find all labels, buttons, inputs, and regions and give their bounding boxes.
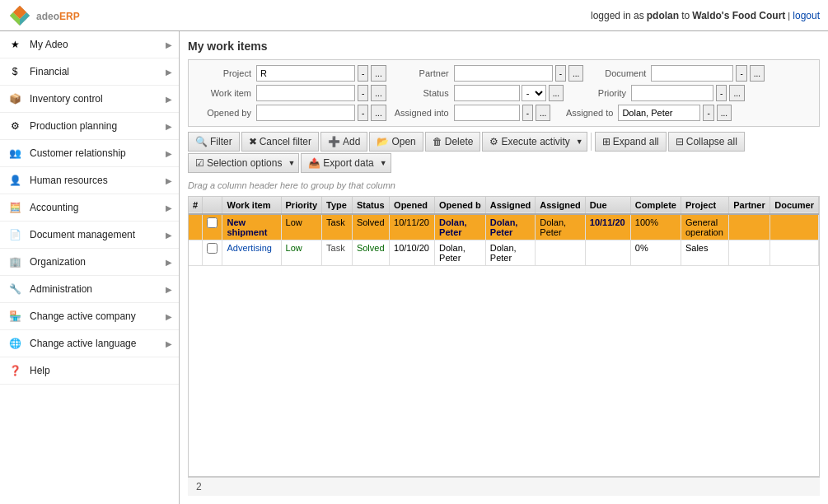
col-project[interactable]: Project (681, 197, 728, 214)
col-priority[interactable]: Priority (281, 197, 322, 214)
col-assigned[interactable]: Assigned (485, 197, 536, 214)
sidebar-item-change-active-language[interactable]: 🌐Change active language▶ (0, 330, 179, 357)
sidebar-item-label-change-active-language: Change active language (30, 338, 159, 349)
col-partner[interactable]: Partner (729, 197, 770, 214)
table-row[interactable]: AdvertisingLowTaskSolved10/10/20Dolan, P… (189, 240, 819, 266)
execute-dropdown-icon: ▼ (576, 138, 583, 146)
sidebar-item-change-active-company[interactable]: 🏪Change active company▶ (0, 303, 179, 330)
partner-minus-btn[interactable]: - (555, 65, 566, 82)
main-layout: ★My Adeo▶$Financial▶📦Inventory control▶⚙… (0, 31, 828, 504)
project-minus-btn[interactable]: - (358, 65, 368, 82)
sidebar-item-document-management[interactable]: 📄Document management▶ (0, 222, 179, 249)
priority-input[interactable] (631, 85, 713, 101)
row-check[interactable] (207, 243, 218, 254)
document-dots-btn[interactable]: ... (750, 65, 765, 82)
logout-link[interactable]: logout (793, 10, 820, 21)
sidebar-arrow-production-planning: ▶ (166, 122, 172, 131)
row-check[interactable] (207, 217, 218, 228)
col-complete[interactable]: Complete (630, 197, 681, 214)
col-opened[interactable]: Opened (390, 197, 435, 214)
sidebar-item-production-planning[interactable]: ⚙Production planning▶ (0, 113, 179, 140)
sidebar-item-help[interactable]: ❓Help (0, 357, 179, 385)
sidebar-item-inventory-control[interactable]: 📦Inventory control▶ (0, 86, 179, 113)
sidebar-item-label-help: Help (30, 365, 172, 376)
workitem-minus-btn[interactable]: - (358, 85, 368, 101)
row-assigned: Dolan, Peter (485, 240, 536, 266)
status-select[interactable]: - (522, 85, 546, 101)
partner-label: Partner (391, 68, 449, 78)
sidebar-item-my-adeo[interactable]: ★My Adeo▶ (0, 31, 179, 58)
sidebar-item-accounting[interactable]: 🧮Accounting▶ (0, 194, 179, 222)
col-due[interactable]: Due (585, 197, 630, 214)
document-minus-btn[interactable]: - (736, 65, 746, 82)
row-type: Task (322, 240, 353, 266)
col-status[interactable]: Status (352, 197, 389, 214)
sidebar-item-financial[interactable]: $Financial▶ (0, 58, 179, 86)
col-openedby[interactable]: Opened b (435, 197, 486, 214)
assignedto-minus-btn[interactable]: - (703, 105, 713, 121)
project-input[interactable] (256, 65, 355, 82)
sidebar-item-label-document-management: Document management (30, 229, 159, 240)
company-icon: 🏪 (7, 308, 23, 324)
workitem-input[interactable] (256, 85, 355, 101)
assignedinto-dots-btn[interactable]: ... (536, 105, 550, 121)
admin-icon: 🔧 (7, 281, 23, 297)
partner-dots-btn[interactable]: ... (568, 65, 583, 82)
openedby-minus-btn[interactable]: - (358, 105, 368, 121)
add-button[interactable]: ➕ Add (320, 132, 367, 152)
sidebar-item-label-customer-relationship: Customer relationship (30, 147, 159, 159)
delete-button[interactable]: 🗑 Delete (425, 132, 481, 152)
filter-form: Project - ... Partner - ... Document - .… (188, 59, 820, 127)
selection-options-button[interactable]: ☑ Selection options ▼ (188, 153, 299, 173)
open-button[interactable]: 📂 Open (369, 132, 423, 152)
project-dots-btn[interactable]: ... (371, 65, 386, 82)
assignedto-input[interactable] (618, 105, 700, 121)
expand-all-button[interactable]: ⊞ Expand all (595, 132, 667, 152)
execute-activity-button[interactable]: ⚙ Execute activity ▼ (482, 132, 587, 152)
priority-minus-btn[interactable]: - (716, 85, 727, 101)
lang-icon: 🌐 (7, 335, 23, 352)
table-header-row: # Work item Priority Type Status Opened … (189, 197, 819, 214)
table-row[interactable]: New shipmentLowTaskSolved10/11/20Dolan, … (189, 214, 819, 240)
filter-button[interactable]: 🔍 Filter (188, 132, 240, 152)
partner-input[interactable] (454, 65, 553, 82)
col-num[interactable]: # (189, 197, 203, 214)
sidebar-item-label-financial: Financial (30, 66, 159, 77)
sidebar: ★My Adeo▶$Financial▶📦Inventory control▶⚙… (0, 31, 180, 504)
page-number: 2 (196, 481, 202, 492)
sidebar-item-human-resources[interactable]: 👤Human resources▶ (0, 167, 179, 194)
col-type[interactable]: Type (322, 197, 353, 214)
selection-dropdown-icon: ▼ (288, 159, 295, 167)
col-assigned2[interactable]: Assigned (536, 197, 586, 214)
sidebar-item-label-change-active-company: Change active company (30, 310, 159, 322)
assignedinto-minus-btn[interactable]: - (522, 105, 533, 121)
status-input[interactable] (454, 85, 520, 101)
row-checkbox (203, 240, 222, 266)
export-dropdown-icon: ▼ (380, 159, 387, 167)
export-data-button[interactable]: 📤 Export data ▼ (301, 153, 391, 173)
sidebar-item-customer-relationship[interactable]: 👥Customer relationship▶ (0, 140, 179, 167)
cancel-filter-button[interactable]: ✖ Cancel filter (241, 132, 319, 152)
expand-icon: ⊞ (602, 136, 610, 147)
col-check[interactable] (203, 197, 222, 214)
col-document[interactable]: Documer (770, 197, 819, 214)
assignedto-label: Assigned to (555, 108, 613, 118)
status-dots-btn[interactable]: ... (549, 85, 564, 101)
work-table-wrapper[interactable]: # Work item Priority Type Status Opened … (188, 196, 820, 477)
sidebar-item-administration[interactable]: 🔧Administration▶ (0, 276, 179, 303)
assignedto-dots-btn[interactable]: ... (717, 105, 732, 121)
sidebar-item-organization[interactable]: 🏢Organization▶ (0, 249, 179, 276)
document-input[interactable] (651, 65, 733, 82)
row-partner (729, 240, 770, 266)
sidebar-arrow-my-adeo: ▶ (166, 40, 172, 49)
priority-label: Priority (568, 88, 626, 98)
openedby-input[interactable] (256, 105, 355, 121)
collapse-all-button[interactable]: ⊟ Collapse all (668, 132, 745, 152)
row-project: Sales (681, 240, 728, 266)
priority-dots-btn[interactable]: ... (729, 85, 744, 101)
workitem-dots-btn[interactable]: ... (371, 85, 386, 101)
openedby-dots-btn[interactable]: ... (371, 105, 386, 121)
assignedinto-input[interactable] (454, 105, 520, 121)
col-workitem[interactable]: Work item (222, 197, 281, 214)
gear-icon: ⚙ (7, 118, 23, 134)
